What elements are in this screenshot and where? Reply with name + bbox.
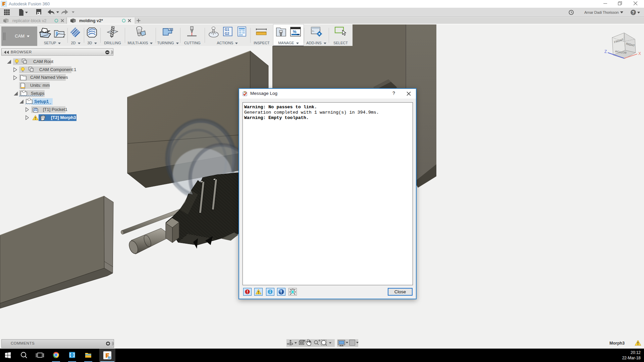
svg-text:X: X xyxy=(638,51,641,56)
svg-text:%: % xyxy=(293,29,297,34)
svg-text:G1: G1 xyxy=(225,28,229,32)
svg-text:Z: Z xyxy=(604,49,607,54)
svg-text:360: 360 xyxy=(108,357,111,359)
svg-text:replicator-block v2: replicator-block v2 xyxy=(12,18,46,23)
svg-text:molding v2*: molding v2* xyxy=(79,18,103,23)
svg-text:G2: G2 xyxy=(225,32,229,36)
svg-text:?: ? xyxy=(632,10,634,15)
svg-text:>-: >- xyxy=(312,29,315,33)
svg-text:Arnar Dadi Thorisson: Arnar Dadi Thorisson xyxy=(584,10,619,14)
